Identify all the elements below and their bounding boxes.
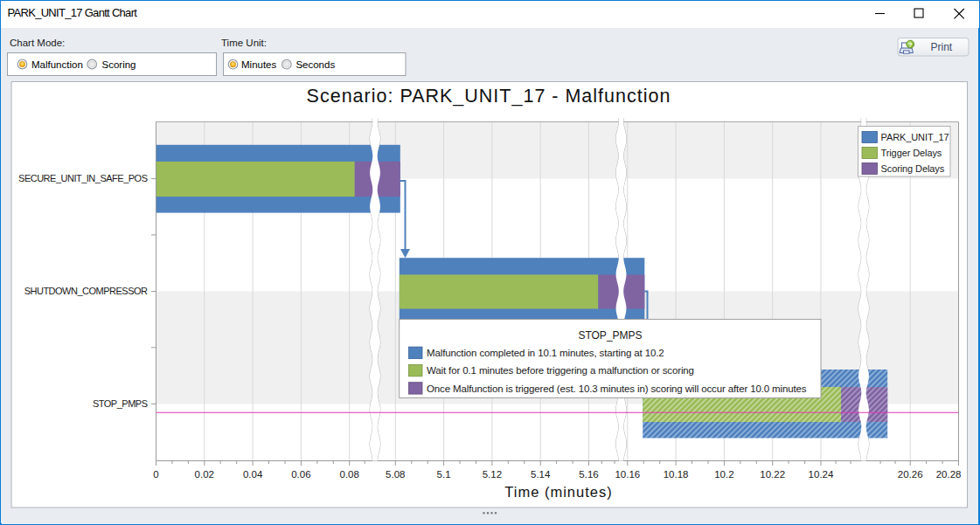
svg-text:Scoring: Scoring — [102, 59, 136, 70]
svg-text:Seconds: Seconds — [295, 59, 335, 70]
svg-text:Minutes: Minutes — [241, 59, 277, 70]
svg-text:Malfunction: Malfunction — [31, 59, 83, 70]
svg-text:?: ? — [908, 41, 913, 49]
svg-text:Print: Print — [931, 41, 953, 53]
